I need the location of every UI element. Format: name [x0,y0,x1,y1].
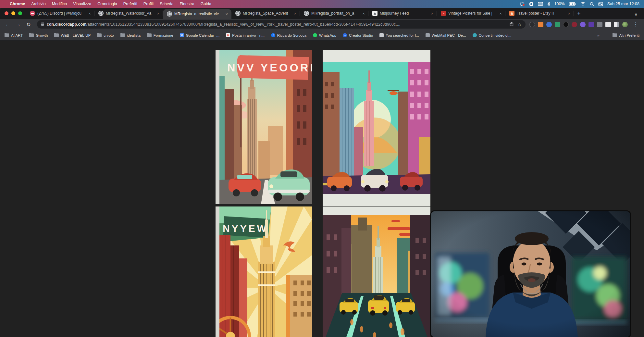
tab-label: (2765) Discord | @Midjou [37,11,85,16]
poster-top-right[interactable] [323,50,430,206]
menu-preferiti[interactable]: Preferiti [123,2,137,6]
bookmarks-bar: AI ART Growth WEB - LEVEL-UP crypto idea… [0,30,644,40]
green-extension-icon[interactable] [555,22,560,27]
webcam-overlay [431,211,630,337]
bookmark-label: AI ART [11,33,23,37]
back-button[interactable]: ← [3,21,12,27]
bookmark-folder-idealista[interactable]: idealista [120,33,141,37]
poster-title-bottom-left: NYYEW [223,223,268,234]
purple-extension-icon[interactable] [580,22,586,27]
share-icon[interactable] [510,22,514,27]
bookmark-whatsapp[interactable]: WhatsApp [313,33,336,37]
tab-etsy[interactable]: Travel poster - Etsy IT × [505,8,574,19]
tab-label: MRregista_Watercolor_Pa [106,11,154,16]
bookmarks-overflow-icon[interactable]: » [597,33,599,38]
tab-close-icon[interactable]: × [430,11,434,16]
bookmark-folder-web-level-up[interactable]: WEB - LEVEL-UP [54,33,91,37]
tab-vintage-posters[interactable]: Vintage Posters for Sale | × [437,8,505,19]
poster-art-bottom-left: NYYEW [219,206,312,337]
tab-close-icon[interactable]: × [567,11,571,16]
tab-close-icon[interactable]: × [156,11,160,16]
url-text: cdn.discordapp.com/attachments/101351233… [47,22,400,27]
tab-close-icon[interactable]: × [498,11,503,16]
screen-record-icon[interactable] [520,2,525,6]
tab-midjourney-feed[interactable]: Midjourney Feed × [368,8,437,19]
tab-label: MRregista_portrait_on_a [311,11,359,16]
display-icon[interactable] [538,2,543,6]
bookmark-facebook[interactable]: fRiccardo Scrocca [271,33,306,37]
bookmark-you-searched[interactable]: You searched for I... [379,33,419,37]
minimize-window-button[interactable] [11,11,15,15]
tab-portrait[interactable]: MRregista_portrait_on_a × [300,8,368,19]
menu-archivio[interactable]: Archivio [31,2,45,6]
menubar-clock[interactable]: Sab 25 mar 12:08 [607,2,639,6]
tab-close-icon[interactable]: × [87,11,92,16]
tab-label: MRregista_Space_Advent [243,11,291,16]
zoom-window-button[interactable] [18,11,22,15]
bookmark-folder-growth[interactable]: Growth [29,33,48,37]
bookmark-creator-studio[interactable]: ∞Creator Studio [343,33,373,37]
bookmark-label: Google Calendar -... [186,33,220,37]
blue-extension-icon[interactable] [546,22,552,27]
tab-close-icon[interactable]: × [293,11,297,16]
lock-icon[interactable] [41,21,44,27]
menu-modifica[interactable]: Modifica [52,2,67,6]
globe-favicon [304,11,309,16]
webcam-video [431,211,630,337]
bookmark-folder-formazione[interactable]: Formazione [147,33,173,37]
tab-close-icon[interactable]: × [361,11,366,16]
control-center-icon[interactable] [598,2,603,6]
poster-bottom-left[interactable]: NYYEW [219,206,312,337]
tab-watercolor[interactable]: MRregista_Watercolor_Pa × [94,8,163,19]
menu-scheda[interactable]: Scheda [160,2,173,6]
menu-cronologia[interactable]: Cronologia [97,2,117,6]
new-tab-button[interactable]: + [574,10,585,19]
menu-profili[interactable]: Profili [143,2,154,6]
bookmark-converti-video[interactable]: Converti i video di... [473,33,512,37]
tab-discord[interactable]: (2765) Discord | @Midjou × [26,8,94,19]
close-window-button[interactable] [5,11,8,15]
dark-extension-icon[interactable] [563,22,569,27]
menu-visualizza[interactable]: Visualizza [73,2,91,6]
grid-extension-icon[interactable] [597,22,602,27]
tab-close-icon[interactable]: × [224,12,229,17]
password-extension-icon[interactable] [572,22,577,27]
bookmark-folder-ai-art[interactable]: AI ART [5,33,23,37]
side-panel-icon[interactable] [614,22,619,27]
extensions-puzzle-icon[interactable] [605,22,611,27]
menu-chrome[interactable]: Chrome [10,2,25,6]
tab-search-chevron-icon[interactable]: ∨ [632,12,642,19]
poster-bottom-right[interactable] [323,206,430,337]
bookmark-label: WebMail PEC - De... [432,33,466,37]
profile-avatar[interactable] [622,22,628,27]
poster-top-left[interactable]: NVV YEOORE [219,50,312,204]
tab-space-adventure[interactable]: MRregista_Space_Advent × [231,8,300,19]
metamask-extension-icon[interactable] [538,22,543,27]
bookmark-google-calendar[interactable]: 31Google Calendar -... [180,33,220,37]
downloads-icon[interactable] [529,22,535,27]
site-icon [379,33,384,37]
reload-button[interactable]: ↻ [24,21,33,28]
forward-button[interactable]: → [14,21,23,27]
url-path: /attachments/1013512335442333816/1089142… [86,22,400,27]
folder-icon [120,33,125,37]
vintage-posters-favicon [441,11,446,16]
bluetooth-icon[interactable] [547,2,550,6]
tab-realistic-view-active[interactable]: MRregista_a_realistic_vie × [163,9,231,19]
bookmark-webmail-pec[interactable]: WebMail PEC - De... [426,33,466,37]
wifi-icon[interactable] [580,2,586,6]
menu-finestra[interactable]: Finestra [180,2,194,6]
battery-icon[interactable] [569,2,576,6]
bookmark-gmail[interactable]: MPosta in arrivo - ri... [226,33,265,37]
menu-guida[interactable]: Guida [201,2,211,6]
violet-extension-icon[interactable] [588,22,594,27]
bookmark-label: crypto [104,33,114,37]
address-bar[interactable]: cdn.discordapp.com/attachments/101351233… [37,20,526,29]
other-favorites-folder[interactable]: Altri Preferiti [613,33,639,37]
bookmark-star-icon[interactable]: ☆ [517,22,522,27]
search-icon[interactable] [590,2,594,6]
bookmark-folder-crypto[interactable]: crypto [97,33,114,37]
camera-status-icon[interactable] [529,2,534,6]
chrome-menu-icon[interactable]: ⋮ [631,21,639,27]
webmail-icon [426,33,430,37]
